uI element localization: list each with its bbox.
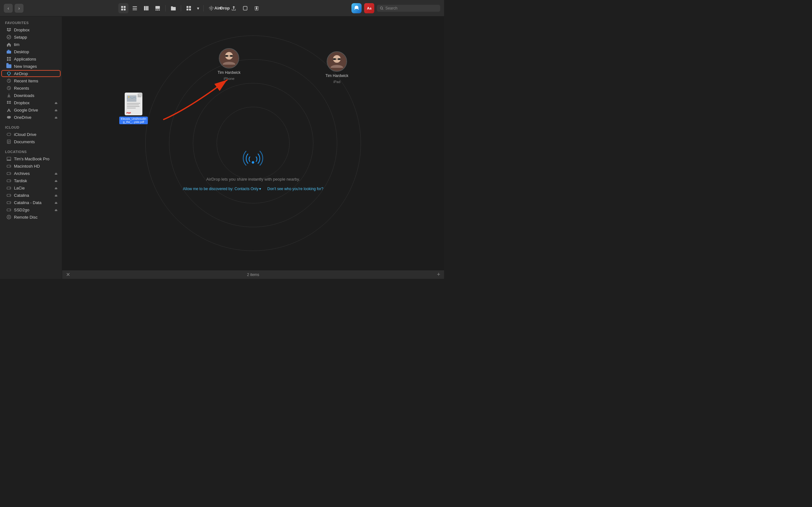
sidebar-item-lacie-label: LaCie	[14, 186, 51, 190]
file-label: Eleusis_Unshrouding_the_...yste.pdf	[119, 117, 148, 124]
add-button[interactable]: +	[437, 271, 440, 278]
sidebar-item-icloud-drive-label: iCloud Drive	[14, 132, 58, 137]
sidebar-item-remote-disc[interactable]: Remote Disc	[1, 214, 61, 221]
close-button[interactable]: ✕	[66, 272, 70, 278]
sidebar-item-google-drive[interactable]: Google Drive ⏏	[1, 107, 61, 113]
svg-point-49	[9, 217, 9, 217]
eject-dropbox-icon[interactable]: ⏏	[54, 101, 58, 105]
downloads-icon	[6, 93, 11, 98]
eject-ssd2go-icon[interactable]: ⏏	[54, 208, 58, 212]
sidebar-item-applications[interactable]: Applications	[1, 55, 61, 62]
archives-icon	[6, 171, 11, 176]
sidebar-item-google-drive-label: Google Drive	[14, 108, 51, 112]
svg-rect-13	[159, 9, 160, 10]
sidebar-item-tardisk-label: Tardisk	[14, 178, 51, 183]
eject-tardisk-icon[interactable]: ⏏	[54, 178, 58, 183]
eject-catalina-icon[interactable]: ⏏	[54, 193, 58, 198]
eject-gdrive-icon[interactable]: ⏏	[54, 108, 58, 112]
sidebar-item-ssd2go[interactable]: SSD2go ⏏	[1, 206, 61, 213]
sidebar-item-tim[interactable]: tim	[1, 41, 61, 48]
svg-rect-30	[7, 97, 10, 97]
sidebar-item-recent-items[interactable]: Recent Items	[1, 77, 61, 84]
view-columns-button[interactable]	[141, 3, 151, 13]
svg-rect-10	[155, 6, 160, 9]
eject-catalina-data-icon[interactable]: ⏏	[54, 200, 58, 205]
sidebar-item-macbook-pro-label: Tim's MacBook Pro	[14, 157, 58, 161]
sidebar-item-catalina[interactable]: Catalina ⏏	[1, 192, 61, 199]
svg-rect-21	[7, 51, 11, 54]
svg-point-46	[10, 210, 10, 210]
dictionary-icon[interactable]: Aa	[364, 3, 374, 13]
sidebar-item-dropbox2[interactable]: Dropbox ⏏	[1, 99, 61, 106]
delete-button[interactable]	[252, 3, 262, 13]
svg-rect-1	[124, 6, 125, 8]
sidebar-item-downloads[interactable]: Downloads	[1, 92, 61, 99]
discovery-link-text: Allow me to be discovered by: Contacts O…	[183, 187, 258, 191]
sidebar-section-icloud: iCloud	[0, 121, 62, 130]
share-button[interactable]	[229, 3, 239, 13]
ssd2go-icon	[6, 207, 11, 212]
folder-button[interactable]	[168, 3, 178, 13]
status-bar: ✕ 2 items +	[62, 270, 444, 279]
sidebar-item-new-images[interactable]: New Images	[1, 63, 61, 70]
device-ipad-avatar-image	[327, 52, 346, 71]
eject-archives-icon[interactable]: ⏏	[54, 171, 58, 176]
sidebar-item-icloud-drive[interactable]: iCloud Drive	[1, 131, 61, 138]
svg-rect-65	[127, 106, 140, 107]
sidebar-item-documents[interactable]: Documents	[1, 138, 61, 145]
sidebar-item-setapp[interactable]: Setapp	[1, 34, 61, 41]
airdrop-links: Allow me to be discovered by: Contacts O…	[183, 187, 323, 191]
eject-onedrive-icon[interactable]: ⏏	[54, 115, 58, 119]
view-list-button[interactable]	[130, 3, 140, 13]
svg-rect-16	[187, 9, 189, 10]
search-icon	[380, 6, 384, 10]
device-ipad[interactable]: Tim Hardwick iPad	[325, 51, 348, 83]
discovery-link[interactable]: Allow me to be discovered by: Contacts O…	[183, 187, 261, 191]
dragged-file: PDF Eleusis_Unshrouding_the_...yste.pdf	[119, 93, 148, 124]
airdrop-radar-icon	[241, 147, 266, 172]
sidebar-item-catalina-data[interactable]: Catalina - Data ⏏	[1, 199, 61, 206]
view-switch-arrow[interactable]: ▾	[195, 3, 201, 13]
tag-button[interactable]	[240, 3, 250, 13]
sidebar-item-catalina-label: Catalina	[14, 193, 51, 198]
sidebar-item-applications-label: Applications	[14, 57, 58, 61]
sidebar-item-macbook-pro[interactable]: Tim's MacBook Pro	[1, 155, 61, 162]
svg-rect-32	[7, 157, 11, 160]
sidebar-item-airdrop[interactable]: AirDrop	[1, 70, 61, 77]
eject-lacie-icon[interactable]: ⏏	[54, 186, 58, 190]
airdrop-sidebar-icon	[6, 71, 11, 76]
sidebar-item-macintosh-hd[interactable]: Macintosh HD	[1, 163, 61, 170]
sidebar-item-dropbox[interactable]: Dropbox	[1, 26, 61, 33]
svg-rect-5	[133, 8, 137, 9]
search-bar[interactable]	[377, 5, 440, 12]
forward-button[interactable]: ›	[14, 4, 23, 13]
airdrop-area: Tim Hardwick iPhone Tim Hardwick iPa	[62, 16, 444, 270]
sidebar-item-documents-label: Documents	[14, 139, 58, 144]
svg-rect-25	[7, 59, 9, 61]
svg-rect-52	[225, 55, 228, 57]
search-input[interactable]	[386, 6, 437, 10]
sidebar-item-archives[interactable]: Archives ⏏	[1, 170, 61, 177]
sidebar-item-desktop[interactable]: Desktop	[1, 48, 61, 55]
sidebar-item-recents[interactable]: Recents	[1, 84, 61, 92]
sidebar-section-locations: Locations	[0, 146, 62, 155]
toolbar-divider3	[203, 5, 204, 11]
titlebar-right: Aa	[351, 3, 440, 13]
view-gallery-button[interactable]	[153, 3, 163, 13]
svg-point-42	[10, 195, 10, 195]
view-switch-button[interactable]	[184, 3, 194, 13]
airdrop-app-icon[interactable]	[351, 3, 362, 13]
sidebar-item-lacie[interactable]: LaCie ⏏	[1, 184, 61, 191]
svg-rect-64	[127, 105, 139, 105]
device-ipad-name: Tim Hardwick	[325, 73, 348, 78]
back-button[interactable]: ‹	[4, 4, 13, 13]
svg-rect-17	[189, 9, 191, 10]
view-grid-button[interactable]	[118, 3, 129, 13]
no-see-link[interactable]: Don't see who you're looking for?	[267, 187, 323, 191]
sidebar-item-tardisk[interactable]: Tardisk ⏏	[1, 177, 61, 184]
svg-point-19	[380, 7, 383, 9]
sidebar-item-recent-items-label: Recent Items	[14, 78, 58, 83]
device-iphone[interactable]: Tim Hardwick iPhone	[217, 48, 241, 80]
sidebar-item-onedrive[interactable]: OneDrive ⏏	[1, 114, 61, 121]
svg-rect-22	[8, 50, 9, 51]
